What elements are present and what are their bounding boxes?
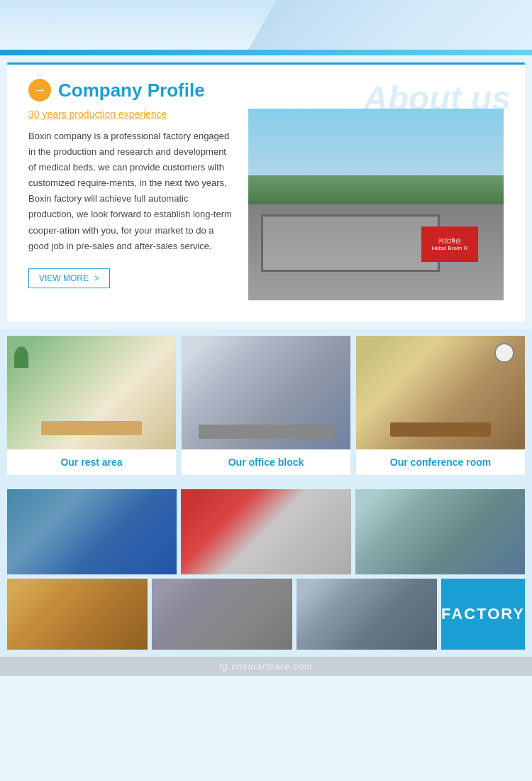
company-title: Company Profile bbox=[58, 80, 205, 102]
factory-image-1 bbox=[7, 489, 177, 574]
conference-room-image bbox=[356, 336, 525, 449]
office-item-rest: Our rest area bbox=[7, 336, 176, 475]
desk-deco bbox=[41, 421, 143, 435]
factory-image-4 bbox=[7, 579, 148, 650]
conference-placeholder bbox=[356, 336, 525, 449]
top-bar bbox=[0, 50, 532, 55]
factory-image-3 bbox=[355, 489, 525, 574]
factory-sign-subtext: Hebei Boxin R bbox=[431, 245, 467, 251]
company-left-col: 30 years production experience Boxin com… bbox=[28, 109, 234, 288]
offices-grid: Our rest area Our office block Our confe… bbox=[7, 336, 525, 475]
plant-deco bbox=[14, 346, 28, 368]
office-block-image bbox=[182, 336, 350, 449]
conference-room-label: Our conference room bbox=[356, 449, 525, 475]
company-description: Boxin company is a professional factory … bbox=[28, 129, 234, 254]
factory-section: FACTORY bbox=[0, 482, 532, 657]
company-profile-section: Company Profile About us 30 years produc… bbox=[7, 62, 525, 322]
factory-image-2 bbox=[181, 489, 350, 574]
hero-strip bbox=[0, 0, 532, 50]
factory-top-row bbox=[7, 489, 525, 574]
clock-deco bbox=[494, 343, 514, 363]
company-content: 30 years production experience Boxin com… bbox=[28, 109, 504, 300]
company-header: Company Profile About us bbox=[28, 79, 504, 102]
production-experience-link[interactable]: 30 years production experience bbox=[28, 109, 234, 120]
watermark-text: tg.cnsmartcare.com bbox=[219, 661, 313, 672]
office-item-conf: Our conference room bbox=[356, 336, 525, 475]
office-block-label: Our office block bbox=[182, 449, 350, 475]
factory-bottom-row: FACTORY bbox=[7, 579, 525, 650]
view-more-button[interactable]: VIEW MORE > bbox=[28, 268, 110, 288]
factory-image-placeholder: 河北博信 Hebei Boxin R bbox=[248, 109, 504, 300]
view-more-label: VIEW MORE bbox=[39, 273, 89, 283]
factory-label-box: FACTORY bbox=[441, 579, 525, 650]
office-block-placeholder bbox=[182, 336, 350, 449]
factory-sign-deco: 河北博信 Hebei Boxin R bbox=[421, 226, 478, 262]
view-more-arrow-icon: > bbox=[94, 273, 99, 283]
factory-image-5 bbox=[152, 579, 292, 650]
factory-image-6 bbox=[297, 579, 437, 650]
conf-desk-deco bbox=[390, 422, 492, 437]
offices-section: Our rest area Our office block Our confe… bbox=[0, 329, 532, 482]
factory-gate-deco bbox=[261, 214, 440, 272]
watermark: tg.cnsmartcare.com bbox=[0, 657, 532, 676]
rest-area-label: Our rest area bbox=[7, 449, 176, 475]
rest-area-placeholder bbox=[7, 336, 176, 449]
factory-label-text: FACTORY bbox=[441, 605, 525, 623]
company-factory-image: 河北博信 Hebei Boxin R bbox=[248, 109, 504, 300]
factory-sign-text: 河北博信 bbox=[438, 237, 461, 245]
arrow-circle-icon bbox=[28, 79, 51, 102]
hero-deco bbox=[248, 0, 532, 50]
office-desk-deco bbox=[199, 425, 333, 439]
office-item-block: Our office block bbox=[182, 336, 350, 475]
rest-area-image bbox=[7, 336, 176, 449]
